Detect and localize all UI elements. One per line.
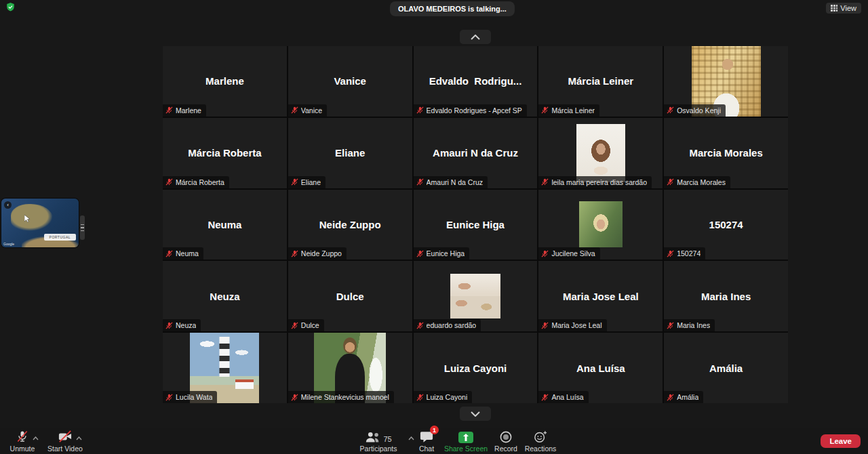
participant-nameplate: Maria Ines xyxy=(664,319,715,331)
participant-tile[interactable]: Amauri N da Cruz Amauri N da Cruz xyxy=(414,118,538,188)
participants-button[interactable]: 75 Participants xyxy=(351,430,406,453)
participant-photo xyxy=(576,124,625,182)
reactions-button[interactable]: Reactions xyxy=(521,430,560,453)
muted-mic-icon xyxy=(541,178,549,186)
back-icon[interactable]: ‹ xyxy=(4,201,12,209)
record-button[interactable]: Record xyxy=(491,430,521,453)
video-options-caret[interactable] xyxy=(76,436,82,440)
chat-button[interactable]: 1 Chat xyxy=(412,430,441,453)
share-preview-thumbnail[interactable]: ‹ PORTUGAL Google xyxy=(1,199,79,247)
cursor-arrow-icon xyxy=(24,215,31,222)
participant-tile[interactable]: 150274 150274 xyxy=(664,190,788,260)
participant-tile[interactable]: Neuza Neuza xyxy=(163,261,287,331)
participant-tile[interactable]: Maria Jose Leal Maria Jose Leal xyxy=(538,261,663,331)
participant-nameplate: Milene Stankevicius manoel xyxy=(288,391,394,403)
participant-tile[interactable]: Eliane Eliane xyxy=(288,118,412,188)
participant-nameplate: Eunice Higa xyxy=(414,247,470,260)
participant-tile[interactable]: Neuma Neuma xyxy=(163,190,287,260)
participant-tile[interactable]: Eunice Higa Eunice Higa xyxy=(414,190,538,260)
participant-tile[interactable]: Maria Ines Maria Ines xyxy=(664,261,788,331)
participant-tile[interactable]: Dulce Dulce xyxy=(288,261,412,331)
meeting-toolbar: Unmute Start Video 7 xyxy=(0,428,868,454)
security-shield-icon[interactable] xyxy=(5,2,16,12)
participant-plate-name: Maria Jose Leal xyxy=(551,321,601,329)
participant-plate-name: Márcia Leiner xyxy=(551,106,595,115)
participant-tile[interactable]: Amália Amália xyxy=(664,333,788,403)
video-off-icon xyxy=(58,430,73,443)
participant-display-name: Amália xyxy=(709,363,743,374)
map-region-label: PORTUGAL xyxy=(44,234,76,241)
muted-mic-icon xyxy=(667,178,674,186)
participant-nameplate: Márcia Leiner xyxy=(538,104,599,117)
participants-label: Participants xyxy=(360,445,397,453)
participant-nameplate: Marcia Morales xyxy=(664,176,730,188)
thumbnail-collapse-handle[interactable] xyxy=(80,215,85,240)
muted-mic-icon xyxy=(416,394,424,401)
participant-plate-name: Dulce xyxy=(301,321,319,329)
participant-tile[interactable]: Jucilene Silva xyxy=(538,190,663,260)
chevron-up-icon xyxy=(471,35,480,40)
participant-photo xyxy=(450,274,500,318)
participant-nameplate: Neuza xyxy=(163,319,201,331)
participant-photo xyxy=(579,201,623,247)
participant-tile[interactable]: Milene Stankevicius manoel xyxy=(288,333,412,403)
share-screen-icon xyxy=(458,432,473,443)
muted-mic-icon xyxy=(416,178,424,186)
participant-plate-name: 150274 xyxy=(677,249,701,257)
start-video-button[interactable]: Start Video xyxy=(45,430,85,453)
participant-display-name: Neide Zuppo xyxy=(319,219,381,230)
share-screen-button[interactable]: Share Screen xyxy=(441,430,491,453)
participant-plate-name: Marcia Morales xyxy=(677,178,726,186)
participant-nameplate: eduardo sardão xyxy=(414,319,481,331)
muted-mic-icon xyxy=(541,394,549,401)
participant-display-name: Márcia Roberta xyxy=(188,147,261,159)
participant-tile[interactable]: Márcia Roberta Márcia Roberta xyxy=(163,118,287,188)
participant-tile[interactable]: Ana Luísa Ana Luísa xyxy=(538,333,663,403)
unmute-label: Unmute xyxy=(10,445,35,453)
gallery-scroll-up-button[interactable] xyxy=(460,30,491,44)
participant-tile[interactable]: Luiza Cayoni Luiza Cayoni xyxy=(414,333,538,403)
gallery-scroll-down-button[interactable] xyxy=(460,407,491,421)
participant-plate-name: Edvaldo Rodrigues - Apcef SP xyxy=(427,106,522,115)
view-button-label: View xyxy=(840,4,856,12)
participant-tile[interactable]: Marcia Morales Marcia Morales xyxy=(664,118,788,188)
participant-tile[interactable]: Lucila Wata xyxy=(163,333,287,403)
participant-tile[interactable]: Edvaldo Rodrigu... Edvaldo Rodrigues - A… xyxy=(414,46,538,117)
participant-tile[interactable]: leila maria pereira dias sardão xyxy=(538,118,663,188)
participant-plate-name: Amauri N da Cruz xyxy=(427,178,483,186)
participant-tile[interactable]: Vanice Vanice xyxy=(288,46,412,117)
muted-mic-icon xyxy=(165,322,173,329)
participant-tile[interactable]: Márcia Leiner Márcia Leiner xyxy=(538,46,663,117)
chevron-down-icon xyxy=(471,411,480,417)
participant-display-name: Eliane xyxy=(335,147,365,159)
participant-tile[interactable]: Marlene Marlene xyxy=(163,46,287,117)
muted-mic-icon xyxy=(291,178,298,186)
participant-plate-name: Jucilene Silva xyxy=(551,249,595,257)
participant-display-name: Dulce xyxy=(336,291,364,302)
muted-mic-icon xyxy=(291,250,298,257)
muted-mic-icon xyxy=(667,394,674,401)
zoom-meeting-window: OLAVO MEDEIROS is talking... View Marlen… xyxy=(0,0,868,454)
muted-mic-icon xyxy=(291,106,298,114)
active-speaker-toast: OLAVO MEDEIROS is talking... xyxy=(390,1,515,16)
leave-button[interactable]: Leave xyxy=(821,434,861,448)
participant-nameplate: Vanice xyxy=(288,104,327,117)
participant-nameplate: Maria Jose Leal xyxy=(538,319,606,331)
participant-nameplate: Jucilene Silva xyxy=(538,247,599,260)
participant-tile[interactable]: Neide Zuppo Neide Zuppo xyxy=(288,190,412,260)
participant-nameplate: Ana Luísa xyxy=(538,391,588,403)
participant-plate-name: Neide Zuppo xyxy=(301,249,342,257)
share-screen-label: Share Screen xyxy=(444,445,488,453)
participant-plate-name: Neuma xyxy=(176,249,199,257)
participant-tile[interactable]: Osvaldo Kenji xyxy=(664,46,788,117)
muted-mic-icon xyxy=(667,106,674,114)
unmute-button[interactable]: Unmute xyxy=(5,430,39,453)
participant-plate-name: Ana Luísa xyxy=(551,393,583,401)
participant-plate-name: Milene Stankevicius manoel xyxy=(301,393,389,401)
participant-display-name: Marlene xyxy=(205,75,244,87)
view-button[interactable]: View xyxy=(826,3,861,14)
start-video-label: Start Video xyxy=(47,445,83,453)
participant-tile[interactable]: eduardo sardão xyxy=(414,261,538,331)
audio-options-caret[interactable] xyxy=(33,436,39,440)
participant-display-name: Eunice Higa xyxy=(446,219,505,230)
